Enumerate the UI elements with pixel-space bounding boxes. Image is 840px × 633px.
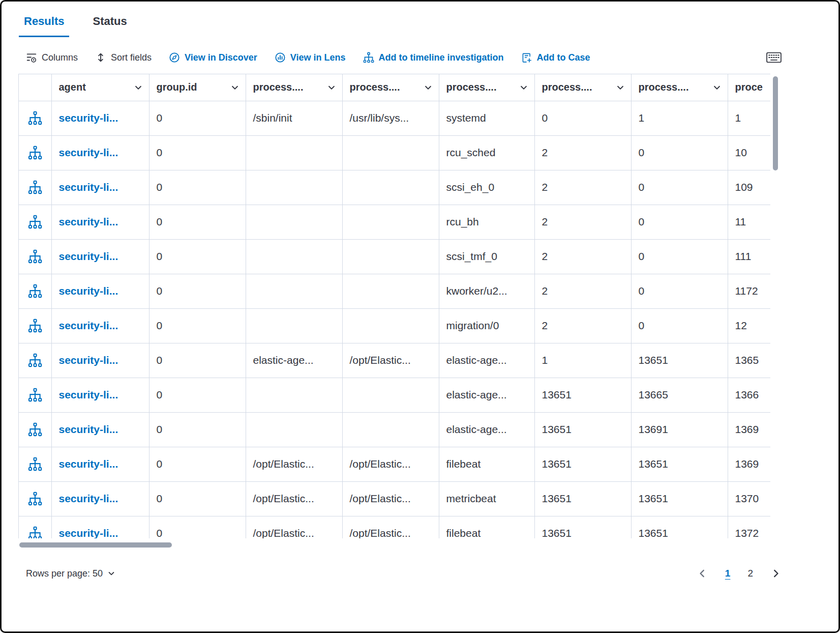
- data-cell: 0: [149, 308, 246, 343]
- data-cell: 2: [534, 239, 631, 274]
- data-cell: migration/0: [439, 308, 534, 343]
- results-table: agentgroup.idprocess....process....proce…: [19, 74, 770, 538]
- data-cell: 111: [728, 239, 770, 274]
- data-cell: /usr/lib/sys...: [342, 101, 439, 135]
- vertical-scrollbar-thumb[interactable]: [773, 76, 778, 170]
- analyzer-graph-icon: [28, 180, 42, 194]
- analyze-event-button[interactable]: [19, 101, 51, 135]
- agent-link[interactable]: security-li...: [59, 320, 118, 331]
- data-cell: [342, 378, 439, 412]
- previous-page-button[interactable]: [697, 568, 708, 579]
- data-cell: /opt/Elastic...: [342, 481, 439, 516]
- grid-viewport: agentgroup.idprocess....process....proce…: [18, 74, 770, 538]
- agent-link[interactable]: security-li...: [59, 285, 118, 297]
- agent-link[interactable]: security-li...: [59, 354, 118, 366]
- column-header-process[interactable]: process....: [534, 74, 631, 101]
- analyzer-graph-icon: [28, 146, 42, 160]
- analyze-event-button[interactable]: [19, 205, 51, 239]
- horizontal-scrollbar-thumb[interactable]: [19, 542, 172, 548]
- data-cell: /opt/Elastic...: [342, 516, 439, 538]
- agent-link[interactable]: security-li...: [59, 389, 118, 400]
- page-button-2[interactable]: 2: [747, 568, 753, 579]
- agent-link[interactable]: security-li...: [59, 147, 118, 158]
- view-in-lens-button[interactable]: View in Lens: [275, 52, 346, 63]
- data-cell: /opt/Elastic...: [246, 481, 342, 516]
- data-cell: 13651: [631, 343, 728, 378]
- page-button-1[interactable]: 1: [725, 568, 731, 579]
- chevron-down-icon[interactable]: [712, 83, 722, 92]
- sort-fields-button[interactable]: Sort fields: [95, 52, 152, 63]
- data-cell: 1369: [728, 412, 770, 447]
- analyze-event-button[interactable]: [19, 343, 51, 378]
- cell-agent: security-li...: [51, 481, 149, 516]
- agent-link[interactable]: security-li...: [59, 250, 118, 262]
- agent-link[interactable]: security-li...: [59, 216, 118, 227]
- horizontal-scrollbar[interactable]: [18, 538, 770, 551]
- tab-results[interactable]: Results: [19, 15, 69, 37]
- chevron-down-icon[interactable]: [424, 83, 433, 92]
- column-header-process[interactable]: process....: [631, 74, 728, 101]
- agent-link[interactable]: security-li...: [59, 527, 118, 538]
- view-in-discover-button[interactable]: View in Discover: [169, 52, 257, 63]
- data-cell: elastic-age...: [439, 412, 534, 447]
- column-header-process[interactable]: process....: [439, 74, 534, 101]
- analyze-event-button[interactable]: [19, 447, 51, 481]
- view-in-lens-label: View in Lens: [290, 52, 346, 63]
- data-cell: 13651: [631, 447, 728, 481]
- chevron-down-icon[interactable]: [327, 83, 336, 92]
- pagination: 12: [697, 568, 782, 579]
- analyze-event-button[interactable]: [19, 135, 51, 170]
- vertical-scrollbar[interactable]: [770, 74, 781, 538]
- data-cell: [342, 412, 439, 447]
- keyboard-shortcuts-button[interactable]: [766, 52, 782, 63]
- chevron-down-icon: [107, 569, 115, 578]
- view-in-discover-label: View in Discover: [185, 52, 257, 63]
- table-row: security-li...0scsi_tmf_020111: [19, 239, 770, 274]
- column-header-process[interactable]: process....: [342, 74, 439, 101]
- chevron-down-icon[interactable]: [230, 83, 239, 92]
- data-cell: [342, 170, 439, 205]
- analyzer-graph-icon: [28, 319, 42, 333]
- agent-link[interactable]: security-li...: [59, 112, 118, 124]
- tab-status[interactable]: Status: [87, 15, 132, 37]
- column-header-groupid[interactable]: group.id: [149, 74, 246, 101]
- cell-agent: security-li...: [51, 412, 149, 447]
- cell-agent: security-li...: [51, 274, 149, 308]
- data-cell: [342, 239, 439, 274]
- data-cell: 109: [728, 170, 770, 205]
- columns-button[interactable]: Columns: [26, 52, 78, 63]
- column-header-label: agent: [59, 81, 86, 93]
- column-header-proce[interactable]: proce: [728, 74, 770, 101]
- data-cell: 0: [149, 378, 246, 412]
- analyze-event-button[interactable]: [19, 516, 51, 538]
- rows-per-page-button[interactable]: Rows per page: 50: [26, 568, 115, 579]
- next-page-button[interactable]: [770, 568, 782, 579]
- agent-link[interactable]: security-li...: [59, 458, 118, 470]
- analyzer-graph-icon: [28, 249, 42, 264]
- chevron-down-icon[interactable]: [134, 83, 143, 92]
- agent-link[interactable]: security-li...: [59, 181, 118, 193]
- chevron-down-icon[interactable]: [616, 83, 625, 92]
- data-cell: 1: [728, 101, 770, 135]
- analyze-event-button[interactable]: [19, 170, 51, 205]
- column-header-process[interactable]: process....: [246, 74, 342, 101]
- header-row: agentgroup.idprocess....process....proce…: [19, 74, 770, 101]
- data-cell: [246, 378, 342, 412]
- agent-link[interactable]: security-li...: [59, 493, 118, 504]
- data-cell: 0: [149, 412, 246, 447]
- analyze-event-button[interactable]: [19, 481, 51, 516]
- analyze-event-button[interactable]: [19, 239, 51, 274]
- page-buttons: 12: [725, 568, 753, 579]
- chevron-down-icon[interactable]: [519, 83, 528, 92]
- analyze-event-button[interactable]: [19, 308, 51, 343]
- analyze-event-button[interactable]: [19, 274, 51, 308]
- analyze-event-button[interactable]: [19, 412, 51, 447]
- column-header-agent[interactable]: agent: [51, 74, 149, 101]
- agent-link[interactable]: security-li...: [59, 423, 118, 435]
- rows-per-page-label: Rows per page: 50: [26, 568, 103, 579]
- cell-agent: security-li...: [51, 447, 149, 481]
- analyze-event-button[interactable]: [19, 378, 51, 412]
- add-to-timeline-button[interactable]: Add to timeline investigation: [363, 52, 504, 63]
- add-to-case-button[interactable]: Add to Case: [521, 52, 590, 63]
- data-cell: 13651: [534, 516, 631, 538]
